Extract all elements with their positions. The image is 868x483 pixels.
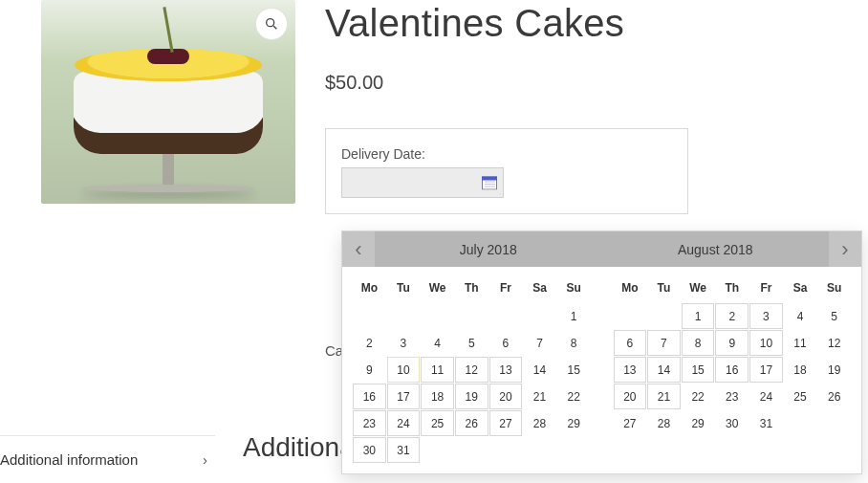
calendar-day: 26 bbox=[817, 384, 851, 409]
calendar-day[interactable]: 1 bbox=[682, 303, 715, 329]
calendar-day: 22 bbox=[682, 384, 715, 409]
calendar-day: 14 bbox=[523, 357, 556, 383]
calendar-day: 25 bbox=[784, 384, 817, 409]
svg-point-0 bbox=[267, 19, 274, 27]
calendar-day: 28 bbox=[647, 410, 681, 436]
datepicker-popup: ‹ July 2018 August 2018 › MoTuWeThFrSaSu… bbox=[341, 231, 862, 474]
calendar-day[interactable]: 18 bbox=[421, 384, 454, 409]
calendar-cell-empty bbox=[647, 303, 681, 329]
weekday-header: Th bbox=[455, 275, 488, 302]
calendar-day[interactable]: 17 bbox=[387, 384, 421, 409]
weekday-header: Tu bbox=[647, 275, 681, 302]
calendar-cell-empty bbox=[421, 437, 454, 463]
calendar-day[interactable]: 17 bbox=[749, 357, 783, 383]
calendar-day: 8 bbox=[557, 330, 591, 356]
calendar-day[interactable]: 16 bbox=[353, 384, 386, 409]
calendar-day: 19 bbox=[817, 357, 851, 383]
calendar-day[interactable]: 6 bbox=[614, 330, 647, 356]
product-price: $50.00 bbox=[325, 72, 841, 94]
calendar-day: 30 bbox=[715, 410, 749, 436]
calendar-day[interactable]: 10 bbox=[749, 330, 783, 356]
weekday-header: Sa bbox=[523, 275, 556, 302]
calendar-cell-empty bbox=[421, 303, 454, 329]
calendar-cell-empty bbox=[353, 303, 386, 329]
weekday-header: Mo bbox=[614, 275, 647, 302]
calendar-day: 9 bbox=[353, 357, 386, 383]
month-title-0: July 2018 bbox=[375, 231, 602, 267]
calendar-day[interactable]: 24 bbox=[387, 410, 421, 436]
calendar-icon bbox=[482, 176, 497, 190]
calendar-cell-empty bbox=[784, 410, 817, 436]
calendar-cell-empty bbox=[817, 410, 851, 436]
prev-month-button[interactable]: ‹ bbox=[342, 231, 375, 267]
calendar-day[interactable]: 25 bbox=[421, 410, 454, 436]
weekday-header: Tu bbox=[387, 275, 421, 302]
calendar-day: 5 bbox=[455, 330, 488, 356]
magnifier-icon bbox=[264, 16, 279, 32]
calendar-day[interactable]: 16 bbox=[715, 357, 749, 383]
next-month-button[interactable]: › bbox=[829, 231, 861, 267]
calendar-day: 21 bbox=[523, 384, 556, 409]
delivery-box: Delivery Date: bbox=[325, 128, 688, 214]
delivery-date-label: Delivery Date: bbox=[341, 146, 672, 162]
calendar-day[interactable]: 3 bbox=[749, 303, 783, 329]
delivery-date-input[interactable] bbox=[341, 167, 504, 198]
calendar-day[interactable]: 8 bbox=[682, 330, 715, 356]
product-image[interactable] bbox=[41, 0, 295, 204]
svg-rect-3 bbox=[483, 177, 497, 180]
weekday-header: We bbox=[682, 275, 715, 302]
calendar-day: 5 bbox=[817, 303, 851, 329]
calendar-day: 6 bbox=[489, 330, 523, 356]
calendar-day: 10 bbox=[387, 357, 421, 383]
calendar-day: 29 bbox=[682, 410, 715, 436]
calendar-cell-empty bbox=[557, 437, 591, 463]
calendar-cell-empty bbox=[455, 303, 488, 329]
calendar-day[interactable]: 21 bbox=[647, 384, 681, 409]
product-title: Valentines Cakes bbox=[325, 2, 841, 45]
calendar-day[interactable]: 9 bbox=[715, 330, 749, 356]
calendar-cell-empty bbox=[614, 303, 647, 329]
tab-label: Additional information bbox=[0, 451, 138, 468]
calendar-cell-empty bbox=[387, 303, 421, 329]
calendar-day: 3 bbox=[387, 330, 421, 356]
calendar-day: 4 bbox=[784, 303, 817, 329]
calendar-day[interactable]: 19 bbox=[455, 384, 488, 409]
calendar-cell-empty bbox=[523, 437, 556, 463]
calendar-day[interactable]: 11 bbox=[421, 357, 454, 383]
calendar-cell-empty bbox=[455, 437, 488, 463]
calendar-month: MoTuWeThFrSaSu12345678910111213141516171… bbox=[613, 274, 853, 464]
calendar-day[interactable]: 20 bbox=[614, 384, 647, 409]
calendar-day[interactable]: 12 bbox=[455, 357, 488, 383]
calendar-day: 31 bbox=[749, 410, 783, 436]
calendar-day[interactable]: 20 bbox=[489, 384, 523, 409]
calendar-day: 29 bbox=[557, 410, 591, 436]
calendar-day[interactable]: 13 bbox=[614, 357, 647, 383]
calendar-day[interactable]: 2 bbox=[715, 303, 749, 329]
calendar-day[interactable]: 13 bbox=[489, 357, 523, 383]
weekday-header: Sa bbox=[784, 275, 817, 302]
calendar-day[interactable]: 26 bbox=[455, 410, 488, 436]
calendar-day[interactable]: 15 bbox=[682, 357, 715, 383]
weekday-header: Fr bbox=[489, 275, 523, 302]
calendar-day[interactable]: 23 bbox=[353, 410, 386, 436]
calendar-day: 22 bbox=[557, 384, 591, 409]
calendar-month: MoTuWeThFrSaSu12345678910111213141516171… bbox=[352, 274, 592, 464]
calendar-day: 4 bbox=[421, 330, 454, 356]
calendar-day: 18 bbox=[784, 357, 817, 383]
cake-illustration bbox=[82, 185, 254, 192]
calendar-day[interactable]: 31 bbox=[387, 437, 421, 463]
calendar-day: 2 bbox=[353, 330, 386, 356]
tab-additional-information[interactable]: Additional information › bbox=[0, 435, 215, 483]
calendar-day[interactable]: 14 bbox=[647, 357, 681, 383]
weekday-header: Su bbox=[817, 275, 851, 302]
zoom-button[interactable] bbox=[255, 8, 288, 40]
calendar-day: 23 bbox=[715, 384, 749, 409]
calendar-day: 12 bbox=[817, 330, 851, 356]
calendar-day: 28 bbox=[523, 410, 556, 436]
calendar-day: 27 bbox=[614, 410, 647, 436]
calendar-day[interactable]: 27 bbox=[489, 410, 523, 436]
weekday-header: Th bbox=[715, 275, 749, 302]
calendar-day[interactable]: 7 bbox=[647, 330, 681, 356]
calendar-cell-empty bbox=[523, 303, 556, 329]
calendar-day[interactable]: 30 bbox=[353, 437, 386, 463]
